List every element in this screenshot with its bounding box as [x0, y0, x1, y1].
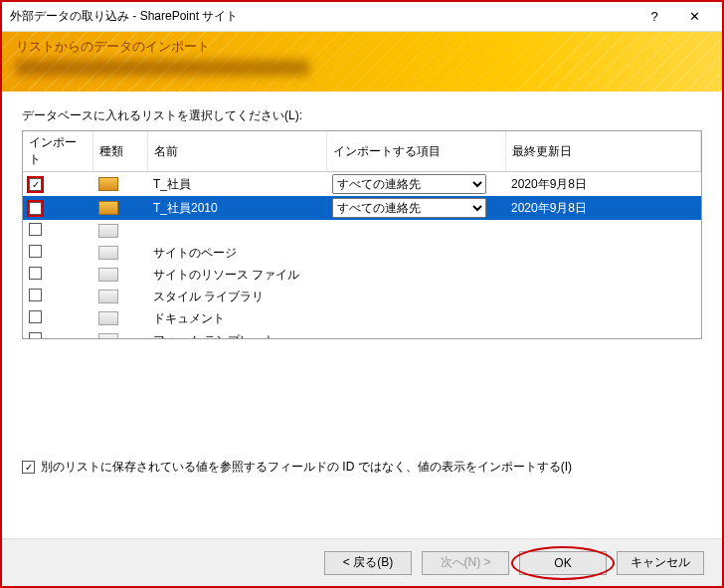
- dialog-footer: < 戻る(B) 次へ(N) > OK キャンセル: [2, 538, 722, 586]
- contact-list-icon: [98, 201, 118, 215]
- back-button[interactable]: < 戻る(B): [324, 551, 412, 575]
- table-row[interactable]: ドキュメント: [23, 307, 701, 329]
- row-name: フォーム テンプレート: [147, 329, 326, 339]
- row-date: [505, 242, 701, 264]
- help-button[interactable]: ?: [634, 2, 674, 32]
- row-name: T_社員2010: [147, 196, 326, 220]
- table-row[interactable]: ✓T_社員すべての連絡先2020年9月8日: [23, 172, 701, 197]
- ref-values-row[interactable]: ✓ 別のリストに保存されている値を参照するフィールドの ID ではなく、値の表示…: [22, 459, 702, 476]
- row-name: T_社員: [147, 172, 326, 197]
- next-button: 次へ(N) >: [422, 551, 509, 575]
- import-checkbox[interactable]: ✓: [29, 178, 42, 191]
- list-icon: [98, 333, 118, 339]
- row-name: サイトのページ: [147, 242, 326, 264]
- row-name: ドキュメント: [147, 307, 326, 329]
- select-lists-label: データベースに入れるリストを選択してください(L):: [22, 107, 702, 124]
- import-checkbox[interactable]: [29, 223, 42, 236]
- ref-values-label: 別のリストに保存されている値を参照するフィールドの ID ではなく、値の表示をイ…: [41, 459, 572, 476]
- import-checkbox[interactable]: ✓: [29, 202, 42, 215]
- table-row[interactable]: [23, 220, 701, 242]
- col-import[interactable]: インポート: [23, 131, 92, 172]
- table-row[interactable]: スタイル ライブラリ: [23, 286, 701, 307]
- window-title: 外部データの取り込み - SharePoint サイト: [10, 8, 634, 25]
- row-name: スタイル ライブラリ: [147, 286, 326, 307]
- import-checkbox[interactable]: [29, 310, 42, 323]
- row-name: サイトのリソース ファイル: [147, 264, 326, 286]
- row-name: [147, 220, 326, 242]
- list-icon: [98, 224, 118, 238]
- ok-button[interactable]: OK: [519, 551, 607, 575]
- table-row[interactable]: ✓T_社員2010すべての連絡先2020年9月8日: [23, 196, 701, 220]
- list-icon: [98, 268, 118, 282]
- import-checkbox[interactable]: [29, 289, 42, 301]
- col-name[interactable]: 名前: [147, 131, 326, 172]
- dialog-body: データベースに入れるリストを選択してください(L): インポート 種類 名前 イ…: [2, 92, 722, 538]
- banner-subtitle: ████████████████████████████████: [16, 60, 708, 75]
- import-items-select[interactable]: すべての連絡先: [332, 198, 486, 218]
- col-items[interactable]: インポートする項目: [326, 131, 505, 172]
- import-checkbox[interactable]: [29, 332, 42, 339]
- close-button[interactable]: ✕: [674, 2, 714, 32]
- row-date: 2020年9月8日: [505, 172, 701, 197]
- banner-title: リストからのデータのインポート: [16, 38, 708, 56]
- table-row[interactable]: フォーム テンプレート: [23, 329, 701, 339]
- row-date: [505, 220, 701, 242]
- row-date: 2020年9月8日: [505, 196, 701, 220]
- import-checkbox[interactable]: [29, 245, 42, 258]
- row-date: [505, 286, 701, 307]
- ref-checkbox[interactable]: ✓: [22, 461, 35, 474]
- table-row[interactable]: サイトのページ: [23, 242, 701, 264]
- contact-list-icon: [98, 177, 118, 191]
- list-icon: [98, 311, 118, 325]
- list-icon: [98, 290, 118, 303]
- import-checkbox[interactable]: [29, 267, 42, 280]
- row-date: [505, 329, 701, 339]
- col-type[interactable]: 種類: [92, 131, 147, 172]
- table-row[interactable]: サイトのリソース ファイル: [23, 264, 701, 286]
- wizard-banner: リストからのデータのインポート ████████████████████████…: [2, 32, 722, 92]
- title-bar: 外部データの取り込み - SharePoint サイト ? ✕: [2, 2, 722, 32]
- row-date: [505, 264, 701, 286]
- list-icon: [98, 246, 118, 260]
- lists-grid[interactable]: インポート 種類 名前 インポートする項目 最終更新日 ✓T_社員すべての連絡先…: [22, 130, 702, 339]
- import-items-select[interactable]: すべての連絡先: [332, 174, 486, 194]
- col-date[interactable]: 最終更新日: [505, 131, 701, 172]
- row-date: [505, 307, 701, 329]
- cancel-button[interactable]: キャンセル: [617, 551, 704, 575]
